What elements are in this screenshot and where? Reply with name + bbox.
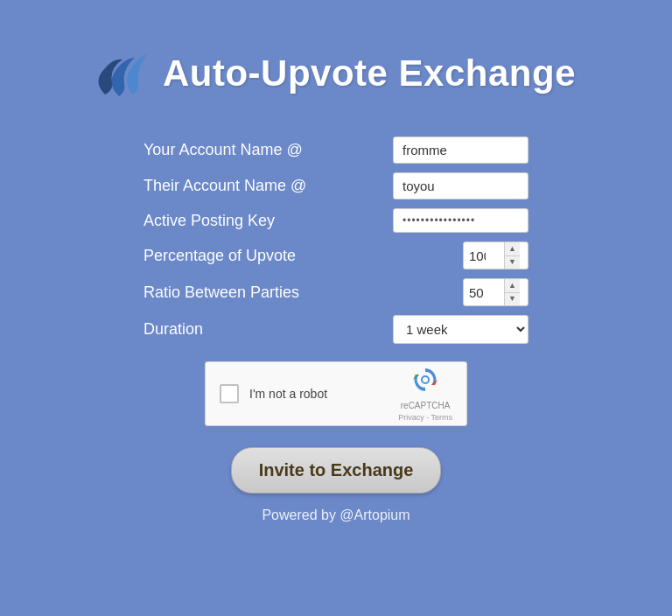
powered-by-footer: Powered by @Artopium <box>262 508 410 523</box>
their-account-input[interactable] <box>393 172 528 200</box>
ratio-spinner-controls: ▲ ▼ <box>504 279 520 305</box>
captcha-widget: I'm not a robot reCAPTCHA Privacy - Term… <box>205 361 467 426</box>
upvote-label: Percentage of Upvote <box>144 247 463 265</box>
their-account-row: Their Account Name @ <box>144 172 528 200</box>
upvote-spinner: ▲ ▼ <box>463 242 528 270</box>
posting-key-label: Active Posting Key <box>144 212 393 230</box>
ratio-row: Ratio Between Parties ▲ ▼ <box>144 278 528 306</box>
svg-point-0 <box>422 376 429 383</box>
duration-row: Duration 1 week 2 weeks 1 month 3 months… <box>144 315 528 344</box>
ratio-decrement-button[interactable]: ▼ <box>505 293 520 306</box>
your-account-input[interactable] <box>393 136 528 164</box>
page-title: Auto-Upvote Exchange <box>163 52 576 94</box>
recaptcha-brand: reCAPTCHA <box>401 400 451 411</box>
captcha-label: I'm not a robot <box>249 387 327 401</box>
your-account-label: Your Account Name @ <box>144 141 393 159</box>
duration-select[interactable]: 1 week 2 weeks 1 month 3 months 6 months… <box>393 315 528 344</box>
steem-logo-icon <box>96 42 149 105</box>
ratio-spinner: ▲ ▼ <box>463 278 528 306</box>
your-account-row: Your Account Name @ <box>144 136 528 164</box>
ratio-input[interactable] <box>464 280 504 305</box>
upvote-spinner-controls: ▲ ▼ <box>504 242 520 269</box>
posting-key-input[interactable] <box>393 208 528 233</box>
invite-to-exchange-button[interactable]: Invite to Exchange <box>231 447 441 494</box>
upvote-decrement-button[interactable]: ▼ <box>505 256 520 270</box>
captcha-right-section: reCAPTCHA Privacy - Terms <box>398 366 452 422</box>
main-form: Your Account Name @ Their Account Name @… <box>144 136 528 344</box>
ratio-label: Ratio Between Parties <box>144 284 463 302</box>
posting-key-row: Active Posting Key <box>144 208 528 233</box>
recaptcha-icon <box>411 366 439 398</box>
ratio-increment-button[interactable]: ▲ <box>505 279 520 293</box>
captcha-checkbox[interactable] <box>220 384 239 403</box>
app-header: Auto-Upvote Exchange <box>96 42 576 105</box>
upvote-row: Percentage of Upvote ▲ ▼ <box>144 242 528 270</box>
upvote-increment-button[interactable]: ▲ <box>505 242 520 256</box>
duration-label: Duration <box>144 320 393 339</box>
their-account-label: Their Account Name @ <box>144 177 393 195</box>
upvote-input[interactable] <box>464 243 504 269</box>
captcha-left-section: I'm not a robot <box>220 384 327 403</box>
recaptcha-links: Privacy - Terms <box>398 413 452 422</box>
